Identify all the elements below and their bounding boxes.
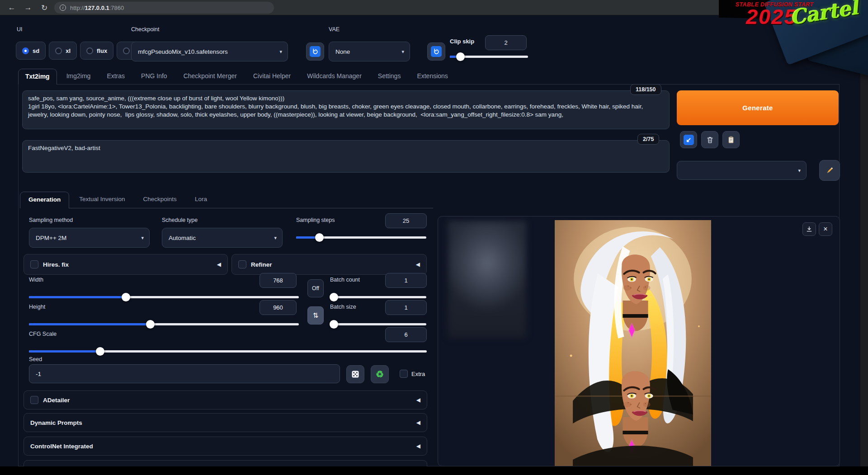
- accordion-dynamic-prompts[interactable]: Dynamic Prompts ◀: [24, 413, 427, 432]
- slider-handle[interactable]: [330, 320, 338, 329]
- subtab-textual-inversion[interactable]: Textual Inversion: [71, 192, 133, 208]
- tab-png-info[interactable]: PNG Info: [134, 69, 174, 85]
- vae-dropdown[interactable]: None ▾: [329, 42, 410, 61]
- clip-skip-value[interactable]: [485, 35, 527, 50]
- dice-icon: [351, 370, 360, 379]
- sampling-steps-value[interactable]: [385, 213, 427, 228]
- slider-handle[interactable]: [96, 347, 104, 356]
- accordion-kohya-hrfix[interactable]: Kohya HRFix Integrated ◀: [24, 460, 427, 466]
- collapse-left-icon[interactable]: ◀: [416, 397, 420, 403]
- tab-extensions[interactable]: Extensions: [410, 69, 454, 85]
- screen: ← → ↻ i http://127.0.0.1:7860 UI sd xl f…: [0, 0, 868, 475]
- width-label: Width: [29, 277, 43, 283]
- tab-txt2img[interactable]: Txt2img: [18, 69, 57, 85]
- webui-page: UI sd xl flux all Checkpoint mfcgPseudoM…: [0, 15, 860, 466]
- ui-radio-group: sd xl flux all: [16, 42, 146, 60]
- tab-civitai-helper[interactable]: Civitai Helper: [246, 69, 297, 85]
- tab-img2img[interactable]: Img2img: [60, 69, 98, 85]
- apply-styles-button[interactable]: [722, 131, 740, 148]
- collapse-left-icon[interactable]: ◀: [416, 443, 420, 449]
- radio-sd[interactable]: sd: [16, 42, 46, 60]
- subtab-checkpoints[interactable]: Checkpoints: [135, 192, 185, 208]
- extra-seed-label: Extra: [411, 371, 425, 377]
- site-info-icon[interactable]: i: [60, 5, 66, 11]
- negative-prompt-input[interactable]: FastNegativeV2, bad-artist: [22, 140, 670, 173]
- browser-toolbar: ← → ↻ i http://127.0.0.1:7860: [0, 0, 868, 15]
- tab-checkpoint-merger[interactable]: Checkpoint Merger: [177, 69, 244, 85]
- clip-skip-slider[interactable]: [450, 52, 528, 61]
- sampling-steps-slider[interactable]: [296, 233, 426, 242]
- tab-wildcards-manager[interactable]: Wildcards Manager: [300, 69, 368, 85]
- chevron-down-icon: ▾: [279, 49, 282, 55]
- accordion-adetailer[interactable]: ADetailer ◀: [24, 390, 427, 409]
- radio-xl[interactable]: xl: [49, 42, 77, 60]
- refiner-panel[interactable]: Refiner ◀: [231, 254, 427, 275]
- accordion-controlnet[interactable]: ControlNet Integrated ◀: [24, 437, 427, 456]
- sampling-method-dropdown[interactable]: DPM++ 2M ▾: [29, 228, 150, 248]
- download-image-button[interactable]: [802, 222, 816, 236]
- swap-dimensions-button[interactable]: ⇅: [307, 306, 324, 325]
- extra-seed-checkbox[interactable]: [400, 370, 408, 378]
- generate-button[interactable]: Generate: [677, 90, 839, 125]
- subtab-generation[interactable]: Generation: [20, 192, 69, 208]
- height-value[interactable]: [259, 300, 297, 315]
- refresh-vae-button[interactable]: [427, 42, 445, 61]
- batch-size-value[interactable]: [385, 300, 427, 315]
- edit-styles-button[interactable]: [819, 160, 840, 181]
- subtab-lora[interactable]: Lora: [187, 192, 215, 208]
- checkpoint-dropdown[interactable]: mfcgPseudoMix_v10.safetensors ▾: [131, 42, 288, 61]
- refiner-label: Refiner: [251, 261, 272, 268]
- paste-generation-params-button[interactable]: ↙: [680, 131, 697, 148]
- slider-handle[interactable]: [330, 293, 338, 301]
- batch-count-value[interactable]: [385, 273, 427, 288]
- cfg-scale-value[interactable]: [385, 327, 427, 342]
- prompt-input[interactable]: safe_pos, sam yang, source_anime, (((ext…: [22, 90, 670, 129]
- accordion-label: ADetailer: [43, 397, 70, 404]
- scrollbar[interactable]: [860, 15, 868, 475]
- collapse-left-icon[interactable]: ◀: [416, 419, 420, 426]
- refresh-checkpoints-button[interactable]: [306, 42, 324, 61]
- address-bar[interactable]: i http://127.0.0.1:7860: [54, 2, 274, 14]
- txt2img-sub-tab-bar: Generation Textual Inversion Checkpoints…: [20, 192, 215, 208]
- clear-prompt-button[interactable]: [701, 131, 718, 148]
- hires-fix-checkbox[interactable]: [30, 260, 38, 268]
- paste-arrow-icon: ↙: [684, 135, 694, 145]
- slider-handle[interactable]: [315, 233, 324, 242]
- width-value[interactable]: [259, 273, 297, 288]
- aspect-ratio-off-button[interactable]: Off: [307, 279, 324, 297]
- schedule-type-dropdown[interactable]: Automatic ▾: [162, 228, 283, 248]
- checkpoint-label: Checkpoint: [131, 26, 160, 33]
- styles-dropdown[interactable]: ▾: [677, 161, 807, 180]
- seed-input[interactable]: [29, 364, 340, 383]
- vae-label: VAE: [329, 26, 340, 33]
- trash-icon: [706, 136, 714, 144]
- slider-handle[interactable]: [122, 293, 130, 301]
- width-slider[interactable]: [29, 293, 299, 301]
- tab-extras[interactable]: Extras: [100, 69, 132, 85]
- prompt-tools: ↙: [680, 131, 740, 148]
- batch-size-label: Batch size: [330, 304, 356, 310]
- generated-image[interactable]: [555, 220, 711, 466]
- gallery-thumbnail[interactable]: [448, 221, 526, 338]
- recycle-icon: ♻: [376, 369, 384, 380]
- radio-flux[interactable]: flux: [80, 42, 113, 60]
- hires-fix-panel[interactable]: Hires. fix ◀: [24, 254, 228, 275]
- tab-settings[interactable]: Settings: [371, 69, 408, 85]
- close-image-button[interactable]: ×: [819, 222, 832, 236]
- collapse-left-icon[interactable]: ◀: [416, 261, 420, 268]
- height-slider[interactable]: [29, 320, 299, 329]
- slider-handle[interactable]: [456, 52, 465, 61]
- slider-handle[interactable]: [146, 320, 155, 329]
- refiner-checkbox[interactable]: [238, 260, 246, 268]
- chevron-down-icon: ▾: [274, 235, 277, 241]
- batch-count-label: Batch count: [330, 277, 360, 283]
- forward-icon[interactable]: →: [22, 1, 34, 14]
- adetailer-checkbox[interactable]: [30, 396, 38, 404]
- reuse-seed-button[interactable]: ♻: [371, 365, 389, 383]
- random-seed-button[interactable]: [346, 365, 364, 383]
- reload-icon[interactable]: ↻: [38, 1, 51, 14]
- collapse-left-icon[interactable]: ◀: [217, 261, 221, 268]
- chevron-down-icon: ▾: [798, 168, 801, 174]
- cfg-scale-slider[interactable]: [29, 347, 427, 356]
- back-icon[interactable]: ←: [5, 1, 18, 14]
